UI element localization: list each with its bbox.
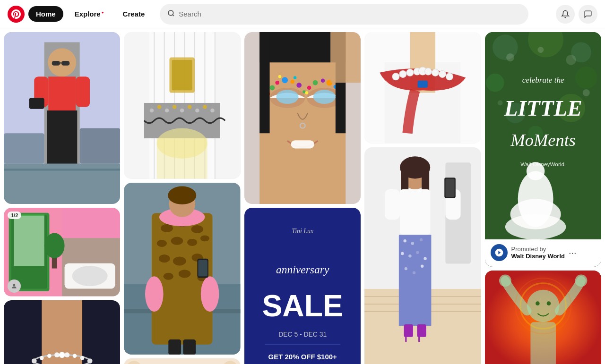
svg-point-57 <box>165 109 169 113</box>
pin-street-style[interactable] <box>4 32 120 204</box>
pin-best-selling[interactable]: Our Best-Selling <box>124 358 240 364</box>
svg-point-196 <box>537 47 544 53</box>
svg-point-86 <box>145 276 164 312</box>
search-input[interactable] <box>179 10 521 18</box>
svg-rect-131 <box>330 32 361 83</box>
svg-point-35 <box>47 354 52 358</box>
svg-point-74 <box>191 225 204 233</box>
navbar: Home Explore● Create <box>0 0 605 28</box>
svg-rect-5 <box>52 61 60 66</box>
svg-point-56 <box>157 105 162 109</box>
svg-rect-93 <box>199 260 207 276</box>
svg-point-145 <box>399 70 406 77</box>
svg-point-195 <box>506 53 514 61</box>
promoted-brand-avatar <box>491 244 508 261</box>
svg-rect-170 <box>446 178 455 197</box>
svg-rect-15 <box>4 133 44 163</box>
svg-point-178 <box>424 257 427 260</box>
main-content: 1/2 <box>0 0 605 364</box>
svg-point-210 <box>527 290 559 322</box>
svg-point-63 <box>211 109 215 113</box>
svg-rect-167 <box>385 189 400 220</box>
svg-point-108 <box>269 85 275 90</box>
svg-point-87 <box>201 276 219 312</box>
svg-point-211 <box>499 275 511 287</box>
svg-rect-94 <box>124 358 240 364</box>
svg-rect-11 <box>29 98 44 109</box>
pin-disney-promoted[interactable]: celebrate the LITTLE MoMents Walt·Disney… <box>485 32 601 267</box>
svg-point-72 <box>161 224 173 232</box>
svg-line-1 <box>173 15 174 16</box>
svg-point-78 <box>200 235 209 241</box>
svg-point-217 <box>546 302 551 306</box>
svg-point-76 <box>171 237 183 245</box>
svg-text:celebrate the: celebrate the <box>522 76 564 85</box>
pin-glitter-makeup[interactable] <box>244 32 361 204</box>
svg-point-115 <box>278 75 281 78</box>
svg-point-61 <box>195 109 199 113</box>
pin-leopard-coat[interactable] <box>124 183 240 355</box>
svg-point-199 <box>497 101 502 106</box>
search-bar <box>160 4 528 25</box>
svg-text:Tini Lux: Tini Lux <box>292 228 314 235</box>
svg-point-60 <box>188 105 192 109</box>
svg-point-116 <box>294 76 296 79</box>
svg-rect-8 <box>48 76 76 112</box>
svg-text:MoMents: MoMents <box>510 131 576 150</box>
pinterest-logo[interactable] <box>8 6 25 23</box>
svg-point-216 <box>536 302 540 306</box>
notification-button[interactable] <box>556 5 575 24</box>
svg-rect-126 <box>291 140 314 148</box>
svg-point-38 <box>65 352 70 357</box>
svg-rect-16 <box>80 128 121 164</box>
promoted-more-button[interactable]: ··· <box>569 247 577 258</box>
pin-diamond-necklace[interactable] <box>4 300 120 364</box>
promoted-text-group: Promoted by Walt Disney World <box>511 245 565 260</box>
svg-rect-129 <box>259 32 269 133</box>
explore-button[interactable]: Explore● <box>67 6 112 22</box>
svg-point-107 <box>276 90 298 104</box>
pin-glowing-portrait[interactable] <box>485 271 601 364</box>
svg-point-152 <box>446 73 453 80</box>
svg-point-62 <box>203 105 207 109</box>
svg-point-40 <box>80 356 85 360</box>
svg-rect-10 <box>76 76 90 107</box>
svg-point-59 <box>180 109 184 113</box>
svg-point-180 <box>413 271 415 274</box>
svg-text:DEC 5 - DEC 31: DEC 5 - DEC 31 <box>278 330 327 338</box>
svg-point-191 <box>575 67 597 89</box>
svg-point-82 <box>164 272 173 279</box>
svg-point-212 <box>575 275 587 287</box>
svg-point-89 <box>168 186 197 204</box>
svg-point-118 <box>313 90 335 104</box>
svg-point-207 <box>505 214 566 240</box>
svg-point-39 <box>73 354 77 358</box>
svg-rect-6 <box>61 61 69 66</box>
explore-label: Explore <box>75 10 101 18</box>
svg-point-149 <box>425 68 432 75</box>
pin-anniversary-sale[interactable]: Tini Lux anniversary SALE DEC 5 - DEC 31… <box>244 208 361 364</box>
pin-sequence-badge: 1/2 <box>8 212 21 219</box>
create-button[interactable]: Create <box>115 6 153 22</box>
pin-corset-belt[interactable] <box>124 32 240 179</box>
svg-point-112 <box>296 83 302 88</box>
svg-point-175 <box>401 252 404 254</box>
nav-icon-group <box>556 5 597 24</box>
pin-pink-bathroom[interactable]: 1/2 <box>4 208 120 296</box>
svg-rect-171 <box>399 235 432 326</box>
svg-point-34 <box>40 356 44 360</box>
svg-point-151 <box>439 70 446 77</box>
svg-point-37 <box>59 352 65 358</box>
svg-rect-166 <box>400 189 430 235</box>
message-button[interactable] <box>579 5 597 24</box>
pin-sequin-skirt-selfie[interactable] <box>364 147 481 364</box>
svg-point-36 <box>54 352 60 357</box>
svg-text:anniversary: anniversary <box>276 263 329 276</box>
pin-user-avatar <box>8 279 21 293</box>
pin-pearl-necklace-scarf[interactable] <box>364 32 481 144</box>
home-button[interactable]: Home <box>28 6 63 22</box>
svg-point-0 <box>168 10 173 16</box>
svg-point-41 <box>87 358 93 364</box>
svg-point-33 <box>32 358 37 364</box>
explore-notification-dot: ● <box>102 10 104 15</box>
